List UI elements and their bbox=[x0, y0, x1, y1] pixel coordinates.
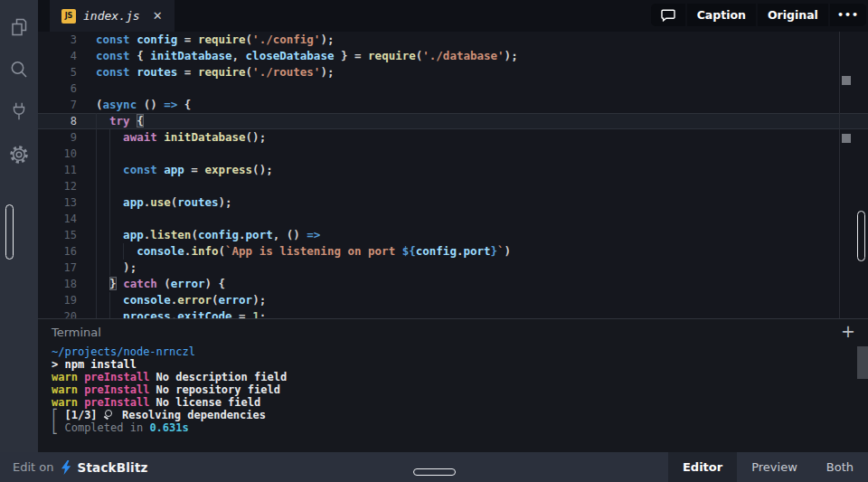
line-number: 8 bbox=[38, 113, 96, 129]
line-number: 9 bbox=[38, 129, 96, 146]
line-number: 16 bbox=[38, 243, 96, 260]
indent-guide bbox=[109, 146, 110, 162]
code-line: 20 process.exitCode = 1; bbox=[38, 308, 868, 318]
stackblitz-brand-label: StackBlitz bbox=[78, 460, 148, 475]
line-number: 4 bbox=[38, 48, 96, 64]
indent-guide bbox=[109, 308, 110, 318]
screenshot-overlay-toolbar: Caption Original ••• bbox=[651, 4, 866, 26]
code-line: 10 bbox=[38, 146, 868, 162]
line-number: 18 bbox=[38, 276, 96, 292]
indent-guide bbox=[109, 211, 110, 227]
edit-on-label: Edit on bbox=[13, 460, 54, 474]
comment-bubble-button[interactable] bbox=[651, 4, 685, 26]
overview-ruler-mark bbox=[842, 134, 851, 143]
code-line: 18 } catch (error) { bbox=[38, 276, 868, 292]
line-number: 10 bbox=[38, 146, 96, 162]
line-number: 20 bbox=[38, 308, 96, 318]
indent-guide bbox=[109, 292, 110, 308]
code-line: 3const config = require('./config'); bbox=[38, 32, 868, 48]
caption-button[interactable]: Caption bbox=[687, 4, 756, 26]
indent-guide bbox=[96, 292, 97, 308]
code-line: 17 ); bbox=[38, 260, 868, 276]
ports-plug-icon[interactable] bbox=[7, 100, 31, 124]
files-icon[interactable] bbox=[7, 15, 31, 39]
status-bar: Edit on StackBlitz EditorPreviewBoth bbox=[0, 452, 868, 482]
code-line: 14 bbox=[38, 211, 868, 227]
overview-ruler-mark bbox=[842, 76, 851, 85]
line-number: 12 bbox=[38, 178, 96, 194]
js-file-icon: JS bbox=[61, 9, 76, 24]
code-line: 9 await initDatabase(); bbox=[38, 129, 868, 146]
view-tab-preview[interactable]: Preview bbox=[737, 452, 812, 482]
indent-guide bbox=[96, 308, 97, 318]
line-number: 19 bbox=[38, 292, 96, 308]
line-number: 5 bbox=[38, 64, 96, 80]
terminal-line: ~/projects/node-nrnczl bbox=[52, 345, 868, 358]
code-line: 8 try { bbox=[38, 113, 868, 129]
tab-close-icon[interactable]: ✕ bbox=[153, 9, 163, 23]
tab-title: index.js bbox=[83, 9, 140, 23]
settings-gear-icon[interactable] bbox=[7, 143, 31, 166]
view-mode-tabs: EditorPreviewBoth bbox=[668, 452, 868, 482]
indent-guide bbox=[109, 178, 110, 194]
indent-guide bbox=[109, 260, 110, 276]
line-number: 11 bbox=[38, 162, 96, 178]
indent-guide bbox=[96, 113, 97, 129]
new-terminal-button[interactable]: + bbox=[841, 323, 855, 340]
indent-guide bbox=[96, 146, 97, 162]
edit-on-stackblitz-link[interactable]: Edit on StackBlitz bbox=[13, 452, 148, 482]
view-tab-both[interactable]: Both bbox=[812, 452, 868, 482]
code-line: 5const routes = require('./routes'); bbox=[38, 64, 868, 80]
magnifier-emoji-icon bbox=[104, 410, 116, 420]
indent-guide bbox=[109, 227, 110, 243]
indent-guide bbox=[123, 243, 124, 260]
sidebar-drag-handle[interactable] bbox=[5, 204, 14, 260]
indent-guide bbox=[96, 243, 97, 260]
view-tab-editor[interactable]: Editor bbox=[668, 452, 737, 482]
terminal-line: warn preInstall No description field bbox=[52, 371, 868, 383]
line-number: 3 bbox=[38, 32, 96, 48]
indent-guide bbox=[96, 162, 97, 178]
code-line: 15 app.listen(config.port, () => bbox=[38, 227, 868, 243]
code-line: 12 bbox=[38, 178, 868, 194]
terminal-scrollbar-thumb[interactable] bbox=[857, 346, 868, 379]
code-line: 6 bbox=[38, 80, 868, 97]
statusbar-drag-handle[interactable] bbox=[413, 468, 456, 476]
code-line: 13 app.use(routes); bbox=[38, 194, 868, 211]
minimap-divider bbox=[839, 32, 840, 318]
editor-scrollbar-thumb[interactable] bbox=[857, 211, 865, 261]
indent-guide bbox=[109, 243, 110, 260]
indent-guide bbox=[96, 178, 97, 194]
indent-guide bbox=[96, 276, 97, 292]
code-line: 11 const app = express(); bbox=[38, 162, 868, 178]
terminal-output: ~/projects/node-nrnczl> npm installwarn … bbox=[52, 345, 868, 434]
indent-guide bbox=[96, 211, 97, 227]
indent-guide bbox=[96, 194, 97, 211]
code-line: 16 console.info(`App is listening on por… bbox=[38, 243, 868, 260]
code-line: 7(async () => { bbox=[38, 97, 868, 113]
indent-guide bbox=[96, 129, 97, 146]
code-line: 19 console.error(error); bbox=[38, 292, 868, 308]
terminal-title: Terminal bbox=[52, 326, 868, 339]
code-editor[interactable]: 3const config = require('./config');4con… bbox=[38, 32, 868, 318]
original-button[interactable]: Original bbox=[758, 4, 828, 26]
line-number: 13 bbox=[38, 194, 96, 211]
activity-sidebar bbox=[0, 0, 38, 452]
search-icon[interactable] bbox=[7, 58, 31, 81]
stackblitz-editor-window: JS index.js ✕ 3const config = require('.… bbox=[0, 0, 868, 482]
terminal-line: warn preInstall No repository field bbox=[52, 383, 868, 396]
indent-guide bbox=[96, 260, 97, 276]
stackblitz-bolt-icon bbox=[61, 460, 71, 475]
indent-guide bbox=[109, 194, 110, 211]
line-number: 15 bbox=[38, 227, 96, 243]
indent-guide bbox=[109, 129, 110, 146]
speech-bubble-icon bbox=[661, 9, 675, 22]
tab-index-js[interactable]: JS index.js ✕ bbox=[50, 0, 175, 32]
code-line: 4const { initDatabase, closeDatabase } =… bbox=[38, 48, 868, 64]
terminal-panel[interactable]: Terminal + ~/projects/node-nrnczl> npm i… bbox=[38, 318, 868, 452]
editor-main-area: JS index.js ✕ 3const config = require('.… bbox=[38, 0, 868, 452]
line-number: 6 bbox=[38, 80, 96, 97]
indent-guide bbox=[96, 227, 97, 243]
more-options-button[interactable]: ••• bbox=[830, 4, 866, 26]
terminal-line: warn preInstall No license field bbox=[52, 396, 868, 409]
